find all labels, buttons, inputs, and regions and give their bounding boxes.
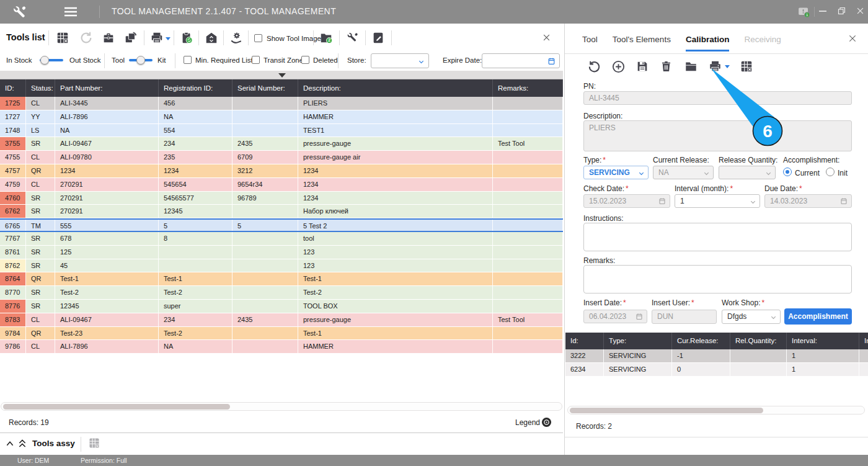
calibration-row[interactable]: 3222SERVICING-11 [565,349,868,363]
stock-toggle[interactable] [40,55,63,65]
horizontal-scrollbar[interactable] [1,402,562,411]
table-row[interactable]: 6762SR27029112345Набор ключей [0,205,563,218]
check-date-input[interactable]: 15.02.2023 [583,194,670,208]
panel-horizontal-scrollbar[interactable] [567,406,865,414]
menu-icon[interactable] [63,6,78,17]
table-row[interactable]: 8764QRTest-1Test-1Test-1 [0,272,563,286]
expire-date-input[interactable] [482,53,560,68]
table-row[interactable]: 8783CLALI-094672342435pressure-gaugeTest… [0,313,563,327]
edit-note-icon[interactable] [371,31,385,45]
table-row[interactable]: 8776SR12345superTOOL BOX [0,300,563,313]
due-date-input[interactable]: 14.03.2023 [764,194,852,208]
table-row[interactable]: 3755SRALI-094672342435pressure-gaugeTest… [0,137,563,151]
column-header[interactable]: Remarks: [493,79,563,97]
table-splitter[interactable] [0,71,563,79]
calibration-row[interactable]: 6234SERVICING01 [565,363,868,377]
table-row[interactable]: 8762SR45123 [0,259,563,273]
close-panel-button[interactable] [848,34,857,43]
double-chevron-up-icon[interactable] [17,437,27,449]
table-row[interactable]: 7767SR6788tool [0,232,563,246]
table-row[interactable]: 6765TM555555 Test 2 [0,218,563,232]
accomplishment-button[interactable]: Accomplishment [784,308,852,325]
table-row[interactable]: 1725CLALI-3445456PLIERS [0,97,563,110]
minimize-button[interactable] [818,7,827,15]
refresh-icon[interactable] [587,60,602,74]
table-row[interactable]: 1727YYALI-7896NAHAMMER [0,110,563,124]
column-header[interactable]: Interval: [787,333,859,349]
column-header[interactable]: Type: [604,333,672,349]
tools-icon[interactable] [345,31,359,45]
folder-badge-icon[interactable]: 2 [319,31,333,45]
clipboard-sync-icon[interactable] [180,31,193,45]
type-select[interactable]: SERVICING [583,166,649,179]
chevron-up-icon[interactable] [5,439,15,449]
print-icon[interactable] [150,31,164,45]
scrollbar-thumb[interactable] [3,404,230,410]
insert-date-input[interactable]: 06.04.2023 [583,310,647,323]
work-shop-select[interactable]: Dfgds [722,310,781,324]
column-header[interactable]: Status: [26,79,55,97]
radio-init[interactable] [826,168,835,176]
legend-icon[interactable] [541,416,552,428]
tab-tools-elements[interactable]: Tool's Elements [613,31,671,52]
min-required-checkbox[interactable] [184,56,192,64]
toolbox-icon[interactable] [102,31,115,45]
delete-icon[interactable] [660,60,675,74]
transit-zone-checkbox[interactable] [252,56,260,64]
release-quantity-select[interactable] [719,166,776,179]
scrollbar-thumb[interactable] [570,408,763,413]
table-row[interactable]: 9784QRTest-23Test-2Test-1 [0,327,563,341]
table-row[interactable]: 4760SR27029154565577967891234 [0,192,563,205]
save-icon[interactable] [636,60,650,74]
table-row[interactable]: 1748LSNA554TEST1 [0,124,563,138]
table-view-icon[interactable] [740,60,755,74]
service-hand-icon[interactable] [229,31,243,45]
table-row[interactable]: 8761SR125123 [0,246,563,259]
print-dropdown-caret[interactable] [166,37,170,40]
pn-input[interactable]: ALI-3445 [583,91,852,105]
notifications-icon[interactable]: 1 [797,6,810,19]
add-icon[interactable] [611,60,626,74]
calendar-icon[interactable] [547,57,556,65]
restore-button[interactable] [837,6,846,16]
deleted-checkbox[interactable] [301,56,309,64]
tab-calibration[interactable]: Calibration [686,31,730,52]
column-header[interactable]: Part Number: [55,79,159,97]
table-row[interactable]: 4757QR1234123432121234 [0,164,563,178]
table-row[interactable]: 4759CL2702915456549654r341234 [0,178,563,192]
tab-tool[interactable]: Tool [582,31,598,52]
print-calibration-icon[interactable] [708,60,723,74]
warehouse-icon[interactable] [205,31,218,45]
move-copy-icon[interactable] [124,31,138,45]
column-header[interactable]: Serial Number: [232,79,298,97]
interval-select[interactable]: 1 [675,194,760,208]
folder-icon[interactable] [684,60,699,74]
description-input[interactable]: PLIERS [583,120,852,151]
tool-kit-toggle[interactable] [129,55,153,65]
print-dropdown-caret[interactable] [725,65,730,68]
column-header[interactable]: ID: [0,79,26,97]
refresh-icon[interactable] [79,31,93,45]
close-window-button[interactable] [856,6,865,16]
current-release-select[interactable]: NA [653,166,714,179]
remarks-input[interactable] [583,265,852,293]
instructions-input[interactable] [583,223,852,251]
show-tool-image-checkbox[interactable] [254,34,262,42]
column-header[interactable]: Description: [298,79,493,97]
store-select[interactable] [371,53,429,68]
column-header[interactable]: Cur.Release: [672,333,730,349]
radio-current[interactable] [783,168,792,176]
table-row[interactable]: 9786CLALI-7896NAHAMMER [0,340,563,354]
column-header[interactable]: Id: [565,333,604,349]
insert-user-input[interactable]: DUN [652,310,717,324]
column-header[interactable]: Registration ID: [159,79,232,97]
column-header[interactable]: In [859,333,868,349]
table-row[interactable]: 4755CLALI-097802356709pressure-gauge air [0,151,563,164]
column-header[interactable]: Rel.Quantity: [730,333,787,349]
table-view-icon[interactable] [56,31,69,45]
tab-receiving[interactable]: Receiving [744,31,781,52]
close-tools-list-button[interactable] [542,33,551,42]
assy-table-icon[interactable] [88,437,100,449]
table-row[interactable]: 8770SRTest-2Test-2Test-2 [0,286,563,300]
table-cell-serial [232,124,298,137]
